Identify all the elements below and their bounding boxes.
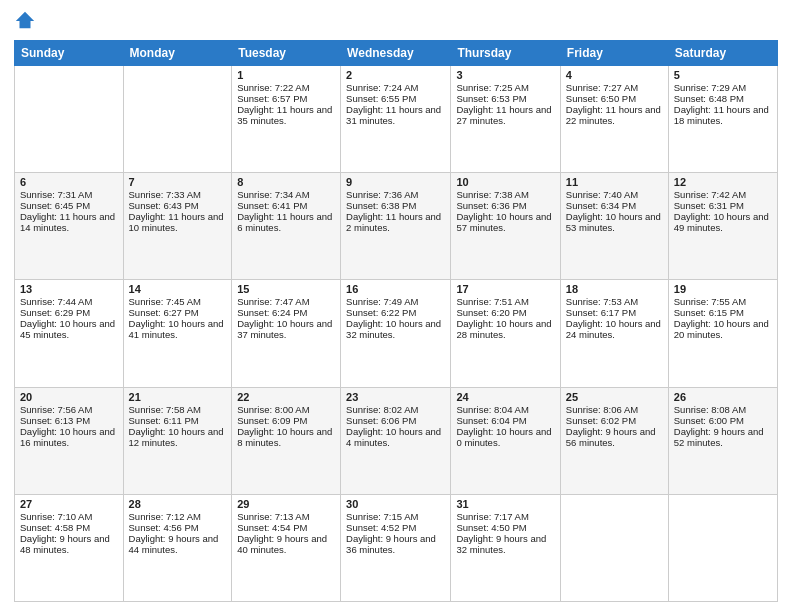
- day-number: 26: [674, 391, 772, 403]
- calendar-cell: 27Sunrise: 7:10 AMSunset: 4:58 PMDayligh…: [15, 494, 124, 601]
- day-number: 18: [566, 283, 663, 295]
- sunrise-text: Sunrise: 7:17 AM: [456, 511, 554, 522]
- sunset-text: Sunset: 6:27 PM: [129, 307, 227, 318]
- day-number: 10: [456, 176, 554, 188]
- sunset-text: Sunset: 6:17 PM: [566, 307, 663, 318]
- sunset-text: Sunset: 6:48 PM: [674, 93, 772, 104]
- day-number: 8: [237, 176, 335, 188]
- sunset-text: Sunset: 6:29 PM: [20, 307, 118, 318]
- sunset-text: Sunset: 4:56 PM: [129, 522, 227, 533]
- daylight-text: Daylight: 10 hours and 16 minutes.: [20, 426, 118, 448]
- day-number: 30: [346, 498, 445, 510]
- sunrise-text: Sunrise: 7:10 AM: [20, 511, 118, 522]
- sunrise-text: Sunrise: 7:22 AM: [237, 82, 335, 93]
- day-number: 16: [346, 283, 445, 295]
- weekday-header-tuesday: Tuesday: [232, 41, 341, 66]
- daylight-text: Daylight: 9 hours and 52 minutes.: [674, 426, 772, 448]
- weekday-header-row: SundayMondayTuesdayWednesdayThursdayFrid…: [15, 41, 778, 66]
- sunset-text: Sunset: 6:53 PM: [456, 93, 554, 104]
- sunset-text: Sunset: 6:00 PM: [674, 415, 772, 426]
- day-number: 25: [566, 391, 663, 403]
- sunset-text: Sunset: 6:31 PM: [674, 200, 772, 211]
- calendar-cell: 21Sunrise: 7:58 AMSunset: 6:11 PMDayligh…: [123, 387, 232, 494]
- weekday-header-wednesday: Wednesday: [341, 41, 451, 66]
- sunset-text: Sunset: 6:06 PM: [346, 415, 445, 426]
- calendar-cell: 6Sunrise: 7:31 AMSunset: 6:45 PMDaylight…: [15, 173, 124, 280]
- sunset-text: Sunset: 4:58 PM: [20, 522, 118, 533]
- calendar-cell: 28Sunrise: 7:12 AMSunset: 4:56 PMDayligh…: [123, 494, 232, 601]
- calendar-cell: 7Sunrise: 7:33 AMSunset: 6:43 PMDaylight…: [123, 173, 232, 280]
- calendar-cell: 8Sunrise: 7:34 AMSunset: 6:41 PMDaylight…: [232, 173, 341, 280]
- sunset-text: Sunset: 6:15 PM: [674, 307, 772, 318]
- day-number: 3: [456, 69, 554, 81]
- daylight-text: Daylight: 9 hours and 36 minutes.: [346, 533, 445, 555]
- calendar-cell: 26Sunrise: 8:08 AMSunset: 6:00 PMDayligh…: [668, 387, 777, 494]
- header: [14, 10, 778, 32]
- day-number: 28: [129, 498, 227, 510]
- daylight-text: Daylight: 10 hours and 28 minutes.: [456, 318, 554, 340]
- sunset-text: Sunset: 6:09 PM: [237, 415, 335, 426]
- day-number: 24: [456, 391, 554, 403]
- day-number: 6: [20, 176, 118, 188]
- sunset-text: Sunset: 6:55 PM: [346, 93, 445, 104]
- calendar-cell: [15, 66, 124, 173]
- calendar-cell: 12Sunrise: 7:42 AMSunset: 6:31 PMDayligh…: [668, 173, 777, 280]
- calendar-cell: [668, 494, 777, 601]
- week-row-3: 20Sunrise: 7:56 AMSunset: 6:13 PMDayligh…: [15, 387, 778, 494]
- sunset-text: Sunset: 6:41 PM: [237, 200, 335, 211]
- sunset-text: Sunset: 6:45 PM: [20, 200, 118, 211]
- calendar-cell: 22Sunrise: 8:00 AMSunset: 6:09 PMDayligh…: [232, 387, 341, 494]
- calendar-cell: 19Sunrise: 7:55 AMSunset: 6:15 PMDayligh…: [668, 280, 777, 387]
- sunset-text: Sunset: 6:50 PM: [566, 93, 663, 104]
- sunset-text: Sunset: 6:04 PM: [456, 415, 554, 426]
- calendar-cell: 30Sunrise: 7:15 AMSunset: 4:52 PMDayligh…: [341, 494, 451, 601]
- sunrise-text: Sunrise: 7:44 AM: [20, 296, 118, 307]
- calendar-cell: 2Sunrise: 7:24 AMSunset: 6:55 PMDaylight…: [341, 66, 451, 173]
- sunrise-text: Sunrise: 7:51 AM: [456, 296, 554, 307]
- daylight-text: Daylight: 11 hours and 10 minutes.: [129, 211, 227, 233]
- daylight-text: Daylight: 10 hours and 53 minutes.: [566, 211, 663, 233]
- sunset-text: Sunset: 6:24 PM: [237, 307, 335, 318]
- daylight-text: Daylight: 9 hours and 44 minutes.: [129, 533, 227, 555]
- calendar-cell: 23Sunrise: 8:02 AMSunset: 6:06 PMDayligh…: [341, 387, 451, 494]
- daylight-text: Daylight: 10 hours and 37 minutes.: [237, 318, 335, 340]
- sunrise-text: Sunrise: 7:38 AM: [456, 189, 554, 200]
- day-number: 11: [566, 176, 663, 188]
- sunset-text: Sunset: 4:54 PM: [237, 522, 335, 533]
- sunrise-text: Sunrise: 7:55 AM: [674, 296, 772, 307]
- sunrise-text: Sunrise: 7:13 AM: [237, 511, 335, 522]
- sunset-text: Sunset: 6:20 PM: [456, 307, 554, 318]
- daylight-text: Daylight: 10 hours and 24 minutes.: [566, 318, 663, 340]
- sunrise-text: Sunrise: 7:15 AM: [346, 511, 445, 522]
- day-number: 20: [20, 391, 118, 403]
- svg-marker-0: [16, 12, 34, 29]
- sunrise-text: Sunrise: 7:33 AM: [129, 189, 227, 200]
- daylight-text: Daylight: 9 hours and 48 minutes.: [20, 533, 118, 555]
- sunset-text: Sunset: 4:50 PM: [456, 522, 554, 533]
- sunrise-text: Sunrise: 8:08 AM: [674, 404, 772, 415]
- sunrise-text: Sunrise: 8:00 AM: [237, 404, 335, 415]
- daylight-text: Daylight: 11 hours and 35 minutes.: [237, 104, 335, 126]
- daylight-text: Daylight: 10 hours and 45 minutes.: [20, 318, 118, 340]
- calendar-cell: 4Sunrise: 7:27 AMSunset: 6:50 PMDaylight…: [560, 66, 668, 173]
- sunrise-text: Sunrise: 7:56 AM: [20, 404, 118, 415]
- daylight-text: Daylight: 10 hours and 57 minutes.: [456, 211, 554, 233]
- sunset-text: Sunset: 6:36 PM: [456, 200, 554, 211]
- day-number: 13: [20, 283, 118, 295]
- week-row-1: 6Sunrise: 7:31 AMSunset: 6:45 PMDaylight…: [15, 173, 778, 280]
- calendar-cell: 13Sunrise: 7:44 AMSunset: 6:29 PMDayligh…: [15, 280, 124, 387]
- sunrise-text: Sunrise: 7:12 AM: [129, 511, 227, 522]
- sunrise-text: Sunrise: 7:45 AM: [129, 296, 227, 307]
- calendar-cell: 17Sunrise: 7:51 AMSunset: 6:20 PMDayligh…: [451, 280, 560, 387]
- daylight-text: Daylight: 11 hours and 6 minutes.: [237, 211, 335, 233]
- daylight-text: Daylight: 9 hours and 32 minutes.: [456, 533, 554, 555]
- day-number: 2: [346, 69, 445, 81]
- calendar-cell: 20Sunrise: 7:56 AMSunset: 6:13 PMDayligh…: [15, 387, 124, 494]
- day-number: 17: [456, 283, 554, 295]
- sunset-text: Sunset: 6:34 PM: [566, 200, 663, 211]
- calendar-cell: [560, 494, 668, 601]
- calendar-cell: 18Sunrise: 7:53 AMSunset: 6:17 PMDayligh…: [560, 280, 668, 387]
- logo-icon: [14, 10, 36, 32]
- calendar-cell: 15Sunrise: 7:47 AMSunset: 6:24 PMDayligh…: [232, 280, 341, 387]
- calendar-cell: 11Sunrise: 7:40 AMSunset: 6:34 PMDayligh…: [560, 173, 668, 280]
